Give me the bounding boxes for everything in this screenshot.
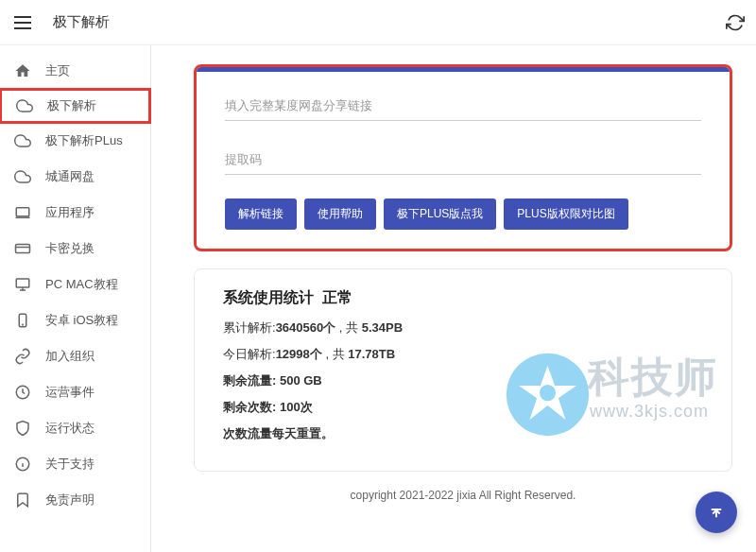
svg-rect-0 <box>16 208 29 216</box>
scroll-top-button[interactable] <box>696 492 737 533</box>
svg-rect-1 <box>16 245 30 253</box>
stat-today: 今日解析:12998个 , 共 17.78TB <box>223 346 703 363</box>
top-bar: 极下解析 <box>0 0 756 45</box>
laptop-icon <box>13 203 32 222</box>
compare-button[interactable]: PLUS版权限对比图 <box>504 198 627 230</box>
bookmark-icon <box>13 491 32 509</box>
sidebar-item-label: 加入组织 <box>45 348 94 365</box>
stat-reset-note: 次数流量每天重置。 <box>223 425 703 442</box>
sidebar-item-label: 安卓 iOS教程 <box>45 312 118 329</box>
arrow-up-icon <box>708 504 725 521</box>
sidebar-item-label: 运行状态 <box>45 420 94 437</box>
sidebar-item-label: PC MAC教程 <box>45 276 118 293</box>
sidebar-item-jixia[interactable]: 极下解析 <box>0 88 151 124</box>
sidebar-item-pc-tutorial[interactable]: PC MAC教程 <box>0 267 150 302</box>
sidebar-item-label: 应用程序 <box>45 204 94 221</box>
plus-button[interactable]: 极下PLUS版点我 <box>384 198 496 230</box>
home-icon <box>13 61 32 80</box>
card-icon <box>13 239 32 258</box>
sidebar-item-redeem[interactable]: 卡密兑换 <box>0 231 150 267</box>
extract-code-input[interactable] <box>225 145 701 175</box>
parse-card: 解析链接 使用帮助 极下PLUS版点我 PLUS版权限对比图 <box>194 64 732 251</box>
sidebar-item-events[interactable]: 运营事件 <box>0 374 150 410</box>
menu-icon[interactable] <box>11 11 34 34</box>
cloud-icon <box>13 167 32 186</box>
cloud-icon <box>13 131 32 150</box>
button-row: 解析链接 使用帮助 极下PLUS版点我 PLUS版权限对比图 <box>225 198 701 230</box>
stat-total: 累计解析:3640560个 , 共 5.34PB <box>223 319 703 336</box>
stats-card: 系统使用统计 正常 累计解析:3640560个 , 共 5.34PB 今日解析:… <box>194 268 732 472</box>
refresh-icon[interactable] <box>726 13 745 32</box>
sidebar-item-label: 城通网盘 <box>45 168 94 185</box>
sidebar-item-ctfile[interactable]: 城通网盘 <box>0 159 150 195</box>
info-icon <box>13 455 32 474</box>
share-link-input[interactable] <box>225 91 701 121</box>
clock-icon <box>13 383 32 402</box>
help-button[interactable]: 使用帮助 <box>304 198 376 230</box>
sidebar-item-mobile-tutorial[interactable]: 安卓 iOS教程 <box>0 302 150 338</box>
sidebar-item-home[interactable]: 主页 <box>0 53 150 89</box>
link-icon <box>13 347 32 366</box>
app-title: 极下解析 <box>53 13 110 31</box>
sidebar-item-apps[interactable]: 应用程序 <box>0 195 150 231</box>
sidebar-item-label: 极下解析PLus <box>45 132 123 149</box>
card-accent <box>197 67 730 72</box>
sidebar-item-label: 极下解析 <box>47 97 96 114</box>
sidebar-item-label: 主页 <box>45 62 70 79</box>
stat-remain-count: 剩余次数: 100次 <box>223 399 703 416</box>
svg-point-4 <box>23 324 24 325</box>
stats-title: 系统使用统计 正常 <box>223 288 703 308</box>
sidebar-item-label: 运营事件 <box>45 384 94 401</box>
sidebar: 主页 极下解析 极下解析PLus 城通网盘 应用程序 卡密兑换 PC MAC教程 <box>0 45 151 552</box>
phone-icon <box>13 311 32 330</box>
sidebar-item-join[interactable]: 加入组织 <box>0 338 150 374</box>
sidebar-item-status[interactable]: 运行状态 <box>0 410 150 446</box>
svg-rect-2 <box>16 279 29 287</box>
sidebar-item-jixia-plus[interactable]: 极下解析PLus <box>0 123 150 159</box>
shield-icon <box>13 419 32 438</box>
sidebar-item-about[interactable]: 关于支持 <box>0 446 150 482</box>
sidebar-item-label: 免责声明 <box>45 492 94 509</box>
copyright: copyright 2021-2022 jixia All Right Rese… <box>194 489 732 502</box>
monitor-icon <box>13 275 32 294</box>
parse-button[interactable]: 解析链接 <box>225 198 297 230</box>
sidebar-item-disclaimer[interactable]: 免责声明 <box>0 482 150 518</box>
sidebar-item-label: 关于支持 <box>45 456 94 473</box>
main-content: 解析链接 使用帮助 极下PLUS版点我 PLUS版权限对比图 系统使用统计 正常… <box>151 45 756 552</box>
sidebar-item-label: 卡密兑换 <box>45 240 94 257</box>
cloud-icon <box>15 96 34 115</box>
stat-remain-traffic: 剩余流量: 500 GB <box>223 372 703 389</box>
